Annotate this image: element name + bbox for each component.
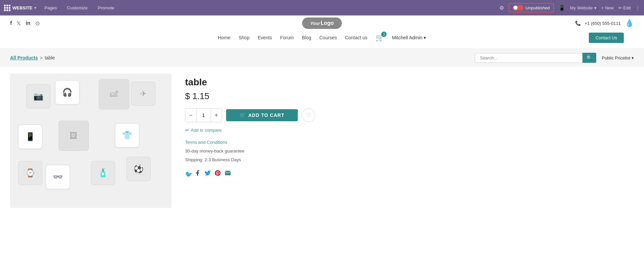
cart-icon[interactable]: 🛒 3 [375, 34, 384, 42]
qty-increase-button[interactable]: + [211, 109, 222, 122]
nav-home[interactable]: Home [218, 35, 230, 40]
qty-cart-row: − + 🛒 ADD TO CART ♡ [185, 108, 634, 122]
twitter-svg [204, 170, 211, 176]
add-to-cart-button[interactable]: 🛒 ADD TO CART [226, 109, 298, 121]
product-icon-plane: ✈ [131, 82, 155, 106]
product-image-area: 📷 🎧 🛋 ✈ 📱 🖼 👕 👓 ⌚ 🧴 ⚽ [10, 74, 172, 208]
product-icon-sofa: 🛋 [99, 79, 129, 109]
pinterest-svg [214, 170, 221, 176]
quantity-stepper: − + [185, 108, 222, 122]
email-svg [224, 170, 231, 176]
breadcrumb-search-row: All Products > table 🔍 Public Pricelist … [0, 49, 644, 67]
add-to-compare-button[interactable]: ⇌ Add to compare [185, 128, 634, 133]
nav-courses[interactable]: Courses [319, 35, 337, 40]
mobile-preview-icon[interactable]: 📱 [559, 5, 565, 11]
facebook-icon[interactable]: f [10, 20, 12, 26]
my-website-dropdown[interactable]: My Website ▾ [570, 5, 597, 10]
new-button[interactable]: + New [601, 5, 614, 10]
edit-button[interactable]: ✏ Edit [618, 5, 631, 10]
cart-badge: 3 [381, 32, 387, 37]
main-content: 📷 🎧 🛋 ✈ 📱 🖼 👕 👓 ⌚ 🧴 ⚽ table $ 1.15 − + [0, 67, 644, 215]
settings-icon[interactable]: ⚙ [499, 5, 504, 11]
contact-us-button[interactable]: Contact Us [589, 33, 624, 43]
admin-nav-pages[interactable]: Pages [42, 4, 59, 12]
unpublished-button[interactable]: Unpublished [509, 3, 554, 12]
user-menu[interactable]: Mitchell Admin ▾ [392, 35, 426, 40]
publish-toggle[interactable] [513, 5, 524, 10]
product-title: table [185, 77, 634, 88]
product-icon-image: 🖼 [59, 121, 89, 151]
product-price: $ 1.15 [185, 91, 634, 101]
twitter-icon[interactable]: 𝕏 [16, 20, 21, 27]
nav-events[interactable]: Events [258, 35, 272, 40]
unpublished-label: Unpublished [526, 5, 550, 10]
logo-main-text: Logo [321, 20, 334, 26]
product-icon-headphones: 🎧 [55, 80, 79, 104]
breadcrumb-separator: > [40, 55, 42, 60]
qty-decrease-button[interactable]: − [185, 109, 196, 122]
share-facebook-icon[interactable]: 🐦 [185, 170, 201, 178]
product-meta: Terms and Conditions 30-day money-back g… [185, 138, 634, 164]
pricelist-dropdown[interactable]: Public Pricelist ▾ [602, 55, 634, 60]
cart-btn-icon: 🛒 [240, 113, 246, 118]
share-email-icon[interactable] [224, 170, 231, 178]
add-to-cart-label: ADD TO CART [248, 113, 284, 118]
share-row: 🐦 [185, 170, 634, 178]
terms-link[interactable]: Terms and Conditions [185, 140, 227, 145]
add-compare-label: Add to compare [191, 128, 222, 133]
product-icon-ball: ⚽ [127, 157, 151, 181]
grid-icon [4, 5, 10, 11]
share-twitter-icon[interactable] [204, 170, 211, 178]
product-icon-glasses: 👓 [46, 165, 70, 189]
nav-shop[interactable]: Shop [239, 35, 250, 40]
pricelist-label: Public Pricelist [602, 55, 630, 60]
linkedin-icon[interactable]: in [26, 20, 30, 26]
product-image-placeholder: 📷 🎧 🛋 ✈ 📱 🖼 👕 👓 ⌚ 🧴 ⚽ [10, 74, 172, 208]
main-nav: Home Shop Events Forum Blog Courses Cont… [10, 30, 634, 45]
admin-logo-label: WEBSITE [12, 5, 32, 10]
compare-icon: ⇌ [185, 128, 189, 133]
facebook-svg [194, 170, 201, 176]
product-icon-camera: 📷 [26, 84, 50, 109]
drop-icon: 💧 [625, 19, 634, 28]
product-icon-bottle: 🧴 [91, 161, 115, 185]
phone-icon: 📞 [575, 20, 581, 26]
nav-contact-us[interactable]: Contact us [345, 35, 367, 40]
product-icon-watch: ⌚ [18, 161, 42, 185]
instagram-icon[interactable]: ⊙ [35, 20, 40, 27]
product-icon-phone: 📱 [18, 125, 42, 149]
site-header: f 𝕏 in ⊙ Your Logo 📞 +1 (650) 555-0111 💧… [0, 15, 644, 49]
product-icon-shirt: 👕 [115, 123, 139, 147]
admin-logo[interactable]: WEBSITE ▾ [4, 5, 36, 11]
more-options[interactable]: ⋮ [636, 5, 640, 10]
search-button[interactable]: 🔍 [582, 53, 596, 63]
site-logo[interactable]: Your Logo [302, 17, 342, 29]
product-info: table $ 1.15 − + 🛒 ADD TO CART ♡ ⇌ Add t… [185, 74, 634, 208]
breadcrumb-current: table [45, 55, 55, 60]
heart-icon: ♡ [306, 112, 311, 119]
phone-number: +1 (650) 555-0111 [585, 21, 621, 26]
admin-nav-customize[interactable]: Customize [65, 4, 90, 12]
logo-your-text: Your [310, 21, 320, 26]
user-name: Mitchell Admin [392, 35, 422, 40]
search-input[interactable] [475, 53, 582, 63]
admin-bar: WEBSITE ▾ Pages Customize Promote ⚙ Unpu… [0, 0, 644, 15]
search-box: 🔍 [475, 53, 596, 63]
shipping-text: Shipping: 2-3 Business Days [185, 157, 241, 162]
breadcrumb-all-products[interactable]: All Products [10, 55, 38, 60]
share-pinterest-icon[interactable] [214, 170, 221, 178]
admin-nav-promote[interactable]: Promote [96, 4, 116, 12]
nav-forum[interactable]: Forum [280, 35, 294, 40]
social-icons: f 𝕏 in ⊙ [10, 20, 40, 27]
breadcrumb: All Products > table [10, 55, 469, 60]
qty-input[interactable] [196, 109, 211, 122]
wishlist-button[interactable]: ♡ [302, 109, 315, 122]
logo-dropdown-arrow: ▾ [34, 6, 36, 10]
nav-blog[interactable]: Blog [302, 35, 311, 40]
money-back-text: 30-day money-back guarantee [185, 148, 244, 154]
